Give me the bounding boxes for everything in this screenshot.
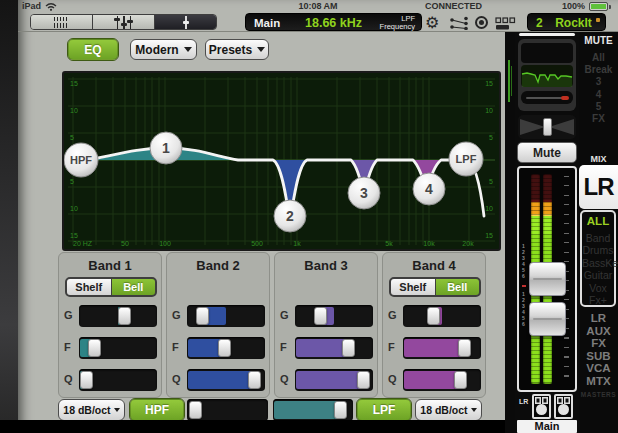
eq-node-band4[interactable]: 4: [413, 173, 445, 205]
band-1-freq-slider[interactable]: [79, 337, 157, 359]
band-3-q-slider[interactable]: [295, 369, 373, 391]
battery-icon: [589, 2, 608, 11]
svg-text:LPF: LPF: [456, 153, 477, 165]
output-assignment[interactable]: LR: [517, 394, 577, 420]
mute-group-item[interactable]: All: [579, 52, 618, 64]
freq-label: F: [280, 341, 287, 353]
svg-text:4: 4: [425, 181, 433, 197]
slider-handle[interactable]: [189, 401, 202, 419]
dynamics-thumbnail[interactable]: [521, 43, 573, 63]
eq-node-band1[interactable]: 1: [150, 132, 182, 164]
category-item[interactable]: LR: [579, 312, 618, 325]
eq-node-band3[interactable]: 3: [348, 177, 380, 209]
slider-handle[interactable]: [342, 339, 355, 357]
mute-group-item[interactable]: 3: [579, 76, 618, 88]
pan-control[interactable]: [518, 115, 576, 139]
band-4-gain-slider[interactable]: [403, 305, 481, 327]
band-4-shelf-bell-toggle: Shelf Bell: [389, 277, 481, 297]
hpf-frequency-slider[interactable]: [187, 399, 268, 421]
view-mixer-segment[interactable]: [93, 15, 155, 29]
mute-group-item[interactable]: 5: [579, 101, 618, 113]
mix-item[interactable]: Guitar: [582, 269, 614, 281]
patch-routing-icon[interactable]: [449, 16, 471, 30]
mix-item-all[interactable]: ALL: [582, 215, 614, 227]
slider-handle[interactable]: [118, 307, 131, 325]
gain-reduction-thumbnail[interactable]: [521, 91, 573, 104]
band-3-freq-slider[interactable]: [295, 337, 373, 359]
slider-handle[interactable]: [88, 339, 101, 357]
category-item[interactable]: VCA: [579, 362, 618, 375]
device-selector[interactable]: 2 RockIt: [527, 13, 606, 31]
q-label: Q: [172, 373, 181, 385]
slider-handle[interactable]: [458, 339, 471, 357]
slider-handle[interactable]: [334, 401, 347, 419]
category-item[interactable]: SUB: [579, 350, 618, 363]
bell-option[interactable]: Bell: [436, 279, 480, 295]
band-4-freq-slider[interactable]: [403, 337, 481, 359]
bell-option[interactable]: Bell: [112, 279, 156, 295]
mute-group-item[interactable]: FX: [579, 113, 618, 125]
slider-handle[interactable]: [218, 339, 231, 357]
eq-thumbnail[interactable]: [521, 65, 573, 87]
fader-panel: 1 2 3 4 5 6 1 2 3 4 5 6: [517, 166, 577, 392]
hpf-enable-button[interactable]: HPF: [130, 399, 184, 421]
presets-dropdown[interactable]: Presets: [205, 39, 269, 60]
band-2-freq-slider[interactable]: [187, 337, 265, 359]
mix-item[interactable]: Vox: [582, 282, 614, 294]
mute-group-item[interactable]: Break: [579, 64, 618, 76]
fader-scale-lower: 1 2 3 4 5 6: [522, 292, 525, 327]
slider-handle[interactable]: [454, 371, 467, 389]
slider-handle[interactable]: [248, 371, 261, 389]
view-channel-segment[interactable]: [155, 15, 216, 29]
selected-mix-tab[interactable]: LR: [579, 165, 618, 209]
mix-item[interactable]: BassKe: [582, 257, 614, 269]
band-2-q-slider[interactable]: [187, 369, 265, 391]
mute-button[interactable]: Mute: [517, 142, 577, 163]
eq-node-hpf[interactable]: HPF: [64, 143, 98, 177]
mix-item[interactable]: Drums: [582, 244, 614, 256]
shelf-option[interactable]: Shelf: [391, 279, 435, 295]
eq-node-band2[interactable]: 2: [274, 200, 306, 232]
band-1-gain-slider[interactable]: [79, 305, 157, 327]
band-4-q-slider[interactable]: [403, 369, 481, 391]
svg-text:15: 15: [70, 232, 78, 239]
svg-text:1k: 1k: [293, 240, 301, 247]
lpf-enable-button[interactable]: LPF: [357, 399, 411, 421]
mute-group-item[interactable]: 4: [579, 89, 618, 101]
slider-handle[interactable]: [357, 371, 370, 389]
slider-handle[interactable]: [427, 307, 440, 325]
eq-mode-dropdown[interactable]: Modern: [130, 39, 197, 60]
category-item[interactable]: FX: [579, 337, 618, 350]
lpf-slope-dropdown[interactable]: 18 dB/oct: [415, 399, 482, 421]
shelf-option[interactable]: Shelf: [67, 279, 111, 295]
strip-scrollbar[interactable]: [519, 33, 575, 36]
settings-gear-icon[interactable]: ⚙: [425, 13, 439, 32]
view-overview-segment[interactable]: [31, 15, 93, 29]
slider-handle[interactable]: [314, 307, 327, 325]
lpf-frequency-slider[interactable]: [273, 399, 353, 421]
band-1-q-slider[interactable]: [79, 369, 157, 391]
svg-text:5: 5: [70, 134, 74, 141]
record-icon[interactable]: [475, 16, 488, 29]
freq-label: F: [388, 341, 395, 353]
channel-name-bar[interactable]: Main: [517, 420, 577, 433]
category-item[interactable]: MTX: [579, 375, 618, 388]
mix-item[interactable]: Band: [582, 232, 614, 244]
processing-thumbnails[interactable]: [518, 39, 576, 111]
svg-text:3: 3: [360, 185, 368, 201]
mute-groups-header: MUTE: [579, 35, 618, 46]
fader-cap[interactable]: [529, 262, 566, 336]
band-3-gain-slider[interactable]: [295, 305, 373, 327]
eq-enable-button[interactable]: EQ: [68, 39, 118, 60]
device-alert-dot: [596, 18, 600, 22]
dropdown-arrow-icon: [471, 408, 477, 412]
category-item[interactable]: AUX: [579, 325, 618, 338]
hpf-slope-dropdown[interactable]: 18 dB/oct: [58, 399, 125, 421]
slider-handle[interactable]: [196, 307, 209, 325]
mix-item[interactable]: Fx+: [582, 294, 614, 306]
slider-handle[interactable]: [80, 371, 93, 389]
eq-node-lpf[interactable]: LPF: [449, 142, 483, 176]
pan-handle[interactable]: [543, 118, 552, 136]
band-2-gain-slider[interactable]: [187, 305, 265, 327]
layout-icon[interactable]: [495, 17, 517, 30]
